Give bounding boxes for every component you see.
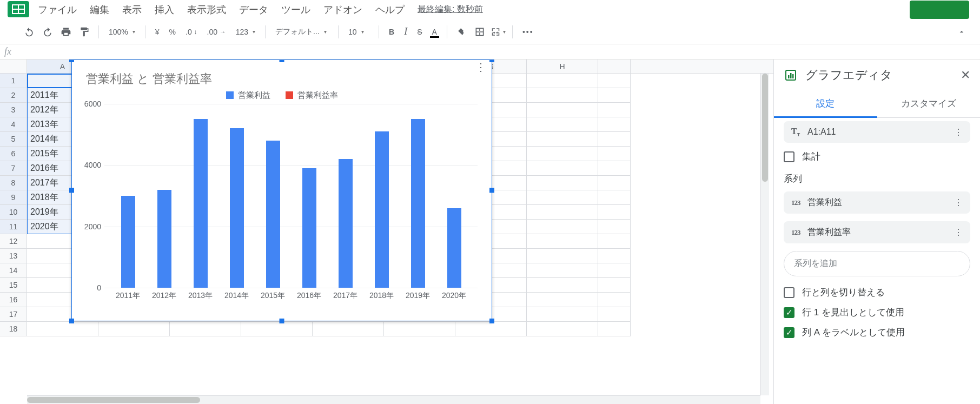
font-size-dropdown[interactable]: 10 [345,28,372,36]
row-header[interactable]: 12 [0,234,27,249]
menu-addons[interactable]: アドオン [323,3,362,16]
cell[interactable] [527,220,598,234]
series-chip[interactable]: 123 営業利益 ⋮ [784,191,970,214]
cell[interactable] [598,220,631,234]
data-range-chip[interactable]: TT A1:A11 ⋮ [784,121,970,143]
bold-button[interactable]: B [386,28,398,36]
cell[interactable] [527,263,598,278]
redo-icon[interactable] [40,24,55,39]
row-header[interactable]: 18 [0,322,27,336]
cell[interactable] [384,322,455,336]
menu-edit[interactable]: 編集 [90,3,109,16]
row-header[interactable]: 3 [0,103,27,117]
cell[interactable] [598,293,631,307]
series-chip[interactable]: 123 営業利益率 ⋮ [784,221,970,243]
cell[interactable] [527,176,598,190]
chip-menu-icon[interactable]: ⋮ [954,127,963,137]
row-header[interactable]: 16 [0,293,27,307]
row-header[interactable]: 2 [0,88,27,103]
cell[interactable] [98,322,170,336]
percent-button[interactable]: % [166,28,179,36]
cell[interactable] [527,205,598,220]
resize-handle[interactable] [489,59,494,62]
cell[interactable] [527,161,598,176]
formula-bar[interactable]: fx [0,44,980,59]
cell[interactable] [598,263,631,278]
cell[interactable] [527,190,598,205]
row-header[interactable]: 4 [0,117,27,132]
vertical-scrollbar[interactable] [760,74,769,395]
cell[interactable] [455,322,527,336]
row-header[interactable]: 1 [0,74,27,88]
fill-color-icon[interactable] [454,24,469,39]
more-toolbar-button[interactable]: ••• [519,28,537,36]
resize-handle[interactable] [69,59,74,62]
collapse-toolbar-icon[interactable] [954,24,969,39]
resize-handle[interactable] [489,319,494,323]
chart-menu-icon[interactable]: ⋮ [475,65,486,69]
cell[interactable] [527,293,598,307]
menu-data[interactable]: データ [239,3,268,16]
resize-handle[interactable] [69,319,74,323]
row-header[interactable]: 5 [0,132,27,147]
resize-handle[interactable] [69,188,74,193]
cell[interactable] [527,132,598,147]
cell[interactable] [170,322,241,336]
cell[interactable] [598,176,631,190]
cell[interactable] [527,147,598,161]
strike-button[interactable]: S [414,28,425,36]
chip-menu-icon[interactable]: ⋮ [954,197,963,208]
row1-header-checkbox[interactable]: ✓ [784,307,794,318]
row-header[interactable]: 8 [0,176,27,190]
scrollbar-thumb[interactable] [762,74,768,182]
cell[interactable] [598,103,631,117]
cell[interactable] [313,322,384,336]
undo-icon[interactable] [22,24,37,39]
chip-menu-icon[interactable]: ⋮ [954,227,963,237]
borders-icon[interactable] [472,24,487,39]
font-dropdown[interactable]: デフォルト... [272,27,332,37]
cell[interactable] [598,205,631,220]
cell[interactable] [598,74,631,88]
cell[interactable] [598,307,631,322]
cell[interactable] [598,278,631,293]
horizontal-scrollbar[interactable] [27,395,760,404]
cell[interactable] [598,190,631,205]
scrollbar-thumb[interactable] [27,397,200,403]
cell[interactable] [598,249,631,263]
close-panel-icon[interactable]: ✕ [961,68,970,82]
tab-settings[interactable]: 設定 [774,91,877,118]
cell[interactable] [527,278,598,293]
cell[interactable] [527,117,598,132]
menu-format[interactable]: 表示形式 [187,3,226,16]
paint-format-icon[interactable] [77,24,92,39]
menu-help[interactable]: ヘルプ [375,3,405,16]
number-format-dropdown[interactable]: 123 [233,28,259,36]
row-header[interactable]: 10 [0,205,27,220]
row-header[interactable]: 7 [0,161,27,176]
cell[interactable] [27,322,98,336]
cell[interactable] [527,88,598,103]
cell[interactable] [598,161,631,176]
colA-labels-checkbox[interactable]: ✓ [784,327,794,338]
menu-file[interactable]: ファイル [38,3,77,16]
print-icon[interactable] [58,24,74,39]
switch-rowcol-checkbox[interactable] [784,287,794,298]
cell[interactable] [527,322,598,336]
zoom-dropdown[interactable]: 100% [105,28,138,36]
currency-button[interactable]: ¥ [152,28,163,36]
resize-handle[interactable] [489,188,494,193]
cell[interactable] [598,117,631,132]
share-button[interactable] [910,1,969,19]
cell[interactable] [598,322,631,336]
resize-handle[interactable] [280,59,284,62]
sheets-logo[interactable] [8,1,29,17]
row-header[interactable]: 9 [0,190,27,205]
resize-handle[interactable] [280,319,284,323]
aggregate-checkbox[interactable] [784,151,794,162]
menu-view[interactable]: 表示 [122,3,142,16]
inc-decimals-button[interactable]: .00→ [204,28,229,36]
cell[interactable] [598,147,631,161]
cell[interactable] [527,74,598,88]
cell[interactable] [241,322,313,336]
